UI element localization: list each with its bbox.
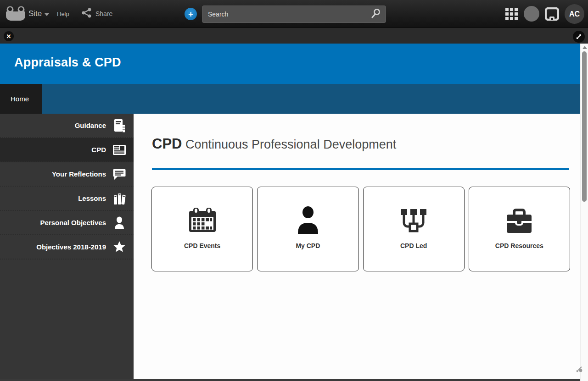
sidebar-item-objectives-2018-2019[interactable]: Objectives 2018-2019 <box>0 235 134 260</box>
title-divider <box>152 168 569 170</box>
calendar-icon <box>188 187 217 237</box>
search-bar <box>202 6 386 23</box>
sidebar-item-lessons[interactable]: Lessons <box>0 187 134 211</box>
sidebar-item-your-reflections[interactable]: Your Reflections <box>0 162 134 187</box>
share-icon <box>82 8 92 20</box>
speech-bubble-icon <box>112 168 127 180</box>
page-title: CPD Continuous Professional Development <box>152 136 396 152</box>
search-icon[interactable] <box>371 8 381 20</box>
user-avatar[interactable]: AC <box>565 4 584 24</box>
share-button-label: Share <box>95 10 112 17</box>
share-button[interactable]: Share <box>82 0 112 28</box>
apps-grid-icon[interactable] <box>505 8 518 20</box>
sidebar-item-guidance[interactable]: Guidance <box>0 114 134 138</box>
mouse-cursor-icon <box>575 365 583 375</box>
help-link[interactable]: Help <box>57 0 69 28</box>
sidebar-item-label: Your Reflections <box>52 170 106 178</box>
main-content: CPD Continuous Professional Development <box>134 114 580 379</box>
expand-icon[interactable] <box>573 31 585 43</box>
top-toolbar: Site Help Share + <box>0 0 588 28</box>
page-nav: Home <box>0 84 580 114</box>
window-bottom-edge <box>0 379 580 381</box>
page-title-secondary: Continuous Professional Development <box>182 138 396 151</box>
sidebar-item-label: Personal Objectives <box>40 219 106 226</box>
search-input[interactable] <box>202 11 371 18</box>
caret-down-icon <box>45 13 49 16</box>
page-title-primary: CPD <box>152 136 182 152</box>
newspaper-icon <box>112 144 127 155</box>
person-icon <box>296 187 320 237</box>
briefcase-icon <box>505 187 533 237</box>
site-menu[interactable]: Site <box>28 0 49 28</box>
hierarchy-icon <box>400 187 427 237</box>
sidebar-item-label: Objectives 2018-2019 <box>36 243 106 251</box>
card-cpd-led[interactable]: CPD Led <box>363 187 465 271</box>
books-icon <box>112 192 127 205</box>
vertical-scrollbar[interactable] <box>580 44 588 381</box>
sidebar: Guidance CPD <box>0 114 134 379</box>
add-button[interactable]: + <box>185 8 197 20</box>
site-title: Appraisals & CPD <box>14 55 121 70</box>
sidebar-item-label: CPD <box>91 146 106 154</box>
monitor-icon[interactable] <box>545 7 559 22</box>
sidebar-item-cpd[interactable]: CPD <box>0 138 134 162</box>
close-icon[interactable]: ✕ <box>4 31 14 41</box>
card-label: CPD Resources <box>495 242 543 249</box>
sidebar-item-label: Guidance <box>75 121 106 129</box>
card-label: CPD Events <box>184 242 220 249</box>
status-circle[interactable] <box>524 6 539 22</box>
document-icon <box>112 119 127 133</box>
card-my-cpd[interactable]: My CPD <box>257 187 358 271</box>
person-icon <box>112 216 127 229</box>
sidebar-item-label: Lessons <box>78 194 106 202</box>
sidebar-item-personal-objectives[interactable]: Personal Objectives <box>0 211 134 235</box>
app-frame-bar: ✕ <box>0 28 588 44</box>
card-label: CPD Led <box>400 242 427 249</box>
card-label: My CPD <box>296 242 320 249</box>
scrollbar-thumb[interactable] <box>582 51 587 202</box>
card-cpd-events[interactable]: CPD Events <box>151 187 253 271</box>
scroll-up-arrow-icon[interactable] <box>582 46 587 49</box>
star-icon <box>112 241 127 253</box>
app-window: Site Help Share + <box>0 0 588 381</box>
tab-home[interactable]: Home <box>0 84 42 114</box>
card-cpd-resources[interactable]: CPD Resources <box>469 187 570 271</box>
card-grid: CPD Events My CPD <box>151 187 570 271</box>
site-menu-label: Site <box>28 9 42 18</box>
frog-logo-icon[interactable] <box>6 6 25 23</box>
site-header: Appraisals & CPD <box>0 44 580 84</box>
